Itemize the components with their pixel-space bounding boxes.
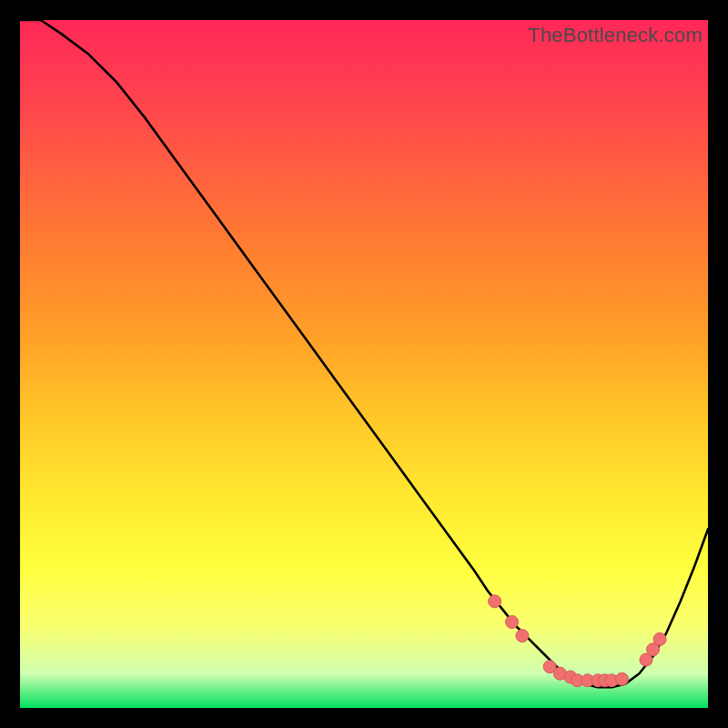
- data-marker: [506, 616, 519, 629]
- data-marker: [653, 632, 666, 645]
- bottleneck-curve: [20, 20, 708, 687]
- data-marker: [616, 672, 629, 685]
- data-marker: [489, 595, 501, 608]
- data-marker: [516, 630, 529, 642]
- chart-svg: [20, 20, 708, 708]
- chart-plot-area: TheBottleneck.com: [20, 20, 708, 708]
